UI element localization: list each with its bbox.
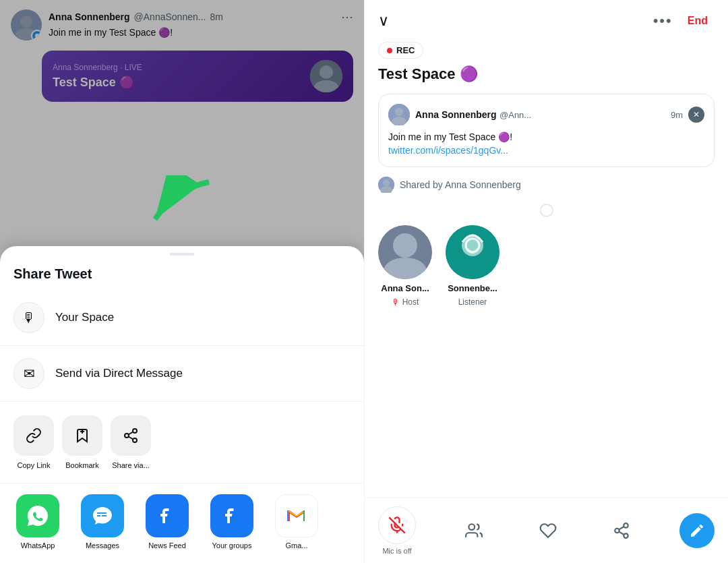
copy-link-item[interactable]: Copy Link xyxy=(13,415,54,469)
svg-line-11 xyxy=(129,437,133,440)
gmail-app[interactable]: Gma... xyxy=(270,494,324,550)
share-button[interactable] xyxy=(606,515,637,546)
more-options-button[interactable]: ••• xyxy=(653,12,673,30)
svg-point-27 xyxy=(469,524,475,530)
bottombar-controls: Mic is off xyxy=(378,506,715,555)
svg-point-14 xyxy=(395,108,403,116)
sheet-title: Share Tweet xyxy=(0,266,364,293)
sheet-handle xyxy=(170,253,194,256)
svg-point-30 xyxy=(624,533,628,538)
stc-author-handle: @Ann... xyxy=(499,110,531,120)
stc-avatar xyxy=(388,104,410,125)
host-avatar xyxy=(378,225,432,279)
dm-label: Send via Direct Message xyxy=(55,367,183,380)
svg-point-10 xyxy=(133,438,137,442)
news-feed-label: News Feed xyxy=(148,541,186,550)
svg-line-12 xyxy=(129,432,133,435)
end-space-button[interactable]: End xyxy=(681,11,715,31)
share-via-icon xyxy=(111,415,151,456)
divider-2 xyxy=(0,401,364,402)
share-option-your-space[interactable]: 🎙 Your Space xyxy=(0,293,364,343)
stc-link[interactable]: twitter.com/i/spaces/1gqGv... xyxy=(388,145,508,156)
left-panel: Anna Sonnenberg @AnnaSonnen... 8m ⋯ Join… xyxy=(0,0,364,563)
host-name: Anna Son... xyxy=(381,283,429,293)
participant-listener: Sonnenbe... Listener xyxy=(446,225,499,307)
your-space-icon: 🎙 xyxy=(13,302,44,333)
svg-line-31 xyxy=(619,532,624,535)
shared-by-text: Shared by Anna Sonnenberg xyxy=(400,179,521,190)
mic-control: Mic is off xyxy=(378,506,416,555)
svg-point-17 xyxy=(383,179,390,186)
mic-button[interactable] xyxy=(378,506,416,544)
icon-grid: Copy Link Bookmark xyxy=(0,405,364,480)
bookmark-icon xyxy=(62,415,102,456)
divider-1 xyxy=(0,345,364,346)
mic-label: Mic is off xyxy=(382,547,411,555)
host-role: 🎙 Host xyxy=(392,297,419,307)
share-via-item[interactable]: Share via... xyxy=(111,415,151,469)
right-panel: ∨ ••• End REC Test Space 🟣 xyxy=(364,0,728,563)
gmail-icon xyxy=(275,494,318,537)
rec-badge: REC xyxy=(378,42,423,59)
space-content: REC Test Space 🟣 Anna Sonnenberg @Ann... xyxy=(365,42,728,498)
rec-label: REC xyxy=(396,45,415,55)
bookmark-label: Bookmark xyxy=(65,461,99,469)
listener-name: Sonnenbe... xyxy=(448,283,497,293)
whatsapp-app[interactable]: WhatsApp xyxy=(11,494,65,550)
whatsapp-icon xyxy=(16,494,59,537)
share-option-dm[interactable]: ✉ Send via Direct Message xyxy=(0,349,364,398)
host-mic-off-icon: 🎙 xyxy=(392,297,400,307)
facebook-groups-app[interactable]: Your groups xyxy=(205,494,259,550)
host-role-label: Host xyxy=(402,297,419,307)
divider-3 xyxy=(0,483,364,483)
whatsapp-label: WhatsApp xyxy=(21,541,55,550)
listener-role: Listener xyxy=(458,297,487,307)
facebook-groups-icon xyxy=(210,494,253,537)
facebook-newsfeed-app[interactable]: News Feed xyxy=(140,494,194,550)
facebook-newsfeed-icon xyxy=(146,494,189,537)
copy-link-label: Copy Link xyxy=(18,461,51,469)
compose-fab-button[interactable] xyxy=(679,513,715,548)
copy-link-icon xyxy=(13,415,54,456)
rec-dot xyxy=(387,48,392,53)
stc-author-name: Anna Sonnenberg xyxy=(415,109,497,120)
loading-indicator xyxy=(540,204,553,217)
stc-time: 9m xyxy=(671,110,683,120)
svg-point-20 xyxy=(393,233,417,258)
shared-by-avatar xyxy=(378,177,394,193)
share-via-label: Share via... xyxy=(112,461,150,469)
svg-point-9 xyxy=(125,434,129,438)
collapse-chevron[interactable]: ∨ xyxy=(378,12,389,30)
space-title-main: Test Space 🟣 xyxy=(378,65,715,83)
svg-point-8 xyxy=(133,429,137,433)
stc-text: Join me in my Test Space 🟣! twitter.com/… xyxy=(388,131,704,157)
messages-app[interactable]: Messages xyxy=(75,494,129,550)
shared-tweet-card: Anna Sonnenberg @Ann... 9m ✕ Join me in … xyxy=(378,94,715,167)
space-topbar: ∨ ••• End xyxy=(365,0,728,42)
svg-line-32 xyxy=(619,527,624,529)
share-tweet-sheet: Share Tweet 🎙 Your Space ✉ Send via Dire… xyxy=(0,246,364,563)
your-space-label: Your Space xyxy=(55,311,114,324)
participants-row: Anna Son... 🎙 Host xyxy=(378,225,715,307)
your-groups-label: Your groups xyxy=(212,541,252,550)
svg-point-29 xyxy=(615,529,619,533)
space-bottombar: Mic is off xyxy=(365,498,728,563)
dm-icon: ✉ xyxy=(13,358,44,389)
svg-point-28 xyxy=(624,523,628,528)
heart-button[interactable] xyxy=(533,515,564,546)
app-icons-row: WhatsApp Messages News Feed xyxy=(0,486,364,550)
bookmark-item[interactable]: Bookmark xyxy=(62,415,102,469)
participant-host: Anna Son... 🎙 Host xyxy=(378,225,432,307)
stc-close-button[interactable]: ✕ xyxy=(688,107,704,123)
shared-by: Shared by Anna Sonnenberg xyxy=(378,177,715,193)
listener-role-label: Listener xyxy=(458,297,487,307)
people-button[interactable] xyxy=(458,515,489,546)
messages-icon xyxy=(81,494,124,537)
listener-avatar xyxy=(446,225,499,279)
gmail-label: Gma... xyxy=(285,541,307,550)
messages-label: Messages xyxy=(86,541,119,550)
